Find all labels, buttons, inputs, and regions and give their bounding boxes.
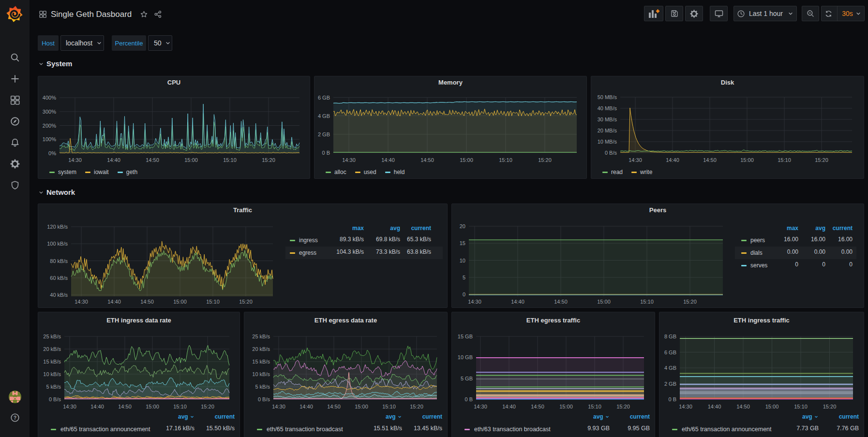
svg-text:15: 15: [460, 240, 465, 246]
svg-text:0 B/s: 0 B/s: [49, 396, 61, 402]
svg-text:80 kB/s: 80 kB/s: [50, 258, 68, 264]
svg-text:0 B: 0 B: [668, 396, 676, 402]
svg-text:15:10: 15:10: [223, 157, 237, 163]
svg-text:5 kB/s: 5 kB/s: [255, 384, 270, 390]
svg-text:25 kB/s: 25 kB/s: [252, 334, 270, 339]
svg-text:14:50: 14:50: [327, 404, 341, 409]
svg-text:15:10: 15:10: [206, 299, 220, 305]
svg-text:200%: 200%: [43, 123, 56, 129]
svg-text:14:30: 14:30: [629, 157, 642, 163]
svg-text:14:40: 14:40: [502, 404, 516, 409]
svg-text:15:00: 15:00: [597, 299, 611, 305]
svg-text:5 GB: 5 GB: [461, 376, 473, 381]
svg-text:40 MB/s: 40 MB/s: [598, 105, 617, 111]
svg-text:15 kB/s: 15 kB/s: [43, 359, 61, 364]
svg-text:20 MB/s: 20 MB/s: [598, 128, 617, 133]
svg-text:4 GB: 4 GB: [664, 365, 676, 371]
svg-text:15:00: 15:00: [765, 404, 779, 409]
svg-text:15:10: 15:10: [588, 404, 601, 409]
svg-text:20 kB/s: 20 kB/s: [43, 346, 61, 352]
svg-text:6 GB: 6 GB: [664, 350, 676, 355]
svg-text:15:20: 15:20: [815, 157, 828, 163]
svg-text:15:20: 15:20: [239, 299, 253, 305]
svg-text:15:20: 15:20: [410, 404, 423, 409]
svg-text:15:10: 15:10: [794, 404, 808, 409]
svg-text:14:40: 14:40: [666, 157, 679, 163]
svg-text:0 B/s: 0 B/s: [605, 150, 617, 156]
svg-text:14:50: 14:50: [146, 157, 159, 163]
svg-text:10 kB/s: 10 kB/s: [252, 371, 270, 377]
svg-text:5 kB/s: 5 kB/s: [46, 384, 61, 390]
svg-text:15:00: 15:00: [146, 404, 159, 409]
svg-text:15:10: 15:10: [640, 299, 654, 305]
svg-text:14:30: 14:30: [272, 404, 285, 409]
svg-text:14:40: 14:40: [708, 404, 721, 409]
svg-text:15:10: 15:10: [778, 157, 791, 163]
svg-text:14:30: 14:30: [68, 157, 82, 163]
svg-text:0 B: 0 B: [322, 150, 330, 156]
svg-text:15 kB/s: 15 kB/s: [252, 359, 270, 364]
svg-text:14:50: 14:50: [420, 157, 434, 163]
svg-text:14:40: 14:40: [381, 157, 395, 163]
svg-text:15:20: 15:20: [538, 157, 552, 163]
svg-text:14:40: 14:40: [107, 157, 120, 163]
svg-text:14:50: 14:50: [703, 157, 717, 163]
svg-text:8 GB: 8 GB: [664, 334, 676, 339]
svg-text:15:10: 15:10: [173, 404, 187, 409]
svg-text:14:40: 14:40: [90, 404, 104, 409]
svg-text:14:50: 14:50: [118, 404, 132, 409]
svg-text:15:00: 15:00: [184, 157, 198, 163]
svg-text:15:00: 15:00: [740, 157, 754, 163]
svg-text:100 kB/s: 100 kB/s: [47, 241, 68, 247]
svg-text:6 GB: 6 GB: [318, 95, 330, 101]
svg-text:14:30: 14:30: [468, 299, 481, 305]
svg-text:120 kB/s: 120 kB/s: [47, 224, 68, 230]
svg-text:14:50: 14:50: [140, 299, 154, 305]
svg-text:20 kB/s: 20 kB/s: [252, 346, 270, 352]
svg-text:15:10: 15:10: [499, 157, 512, 163]
svg-text:300%: 300%: [43, 109, 56, 115]
svg-text:100%: 100%: [43, 136, 56, 142]
svg-text:14:40: 14:40: [299, 404, 313, 409]
svg-text:14:30: 14:30: [474, 404, 487, 409]
svg-text:?: ?: [14, 415, 16, 421]
svg-text:14:50: 14:50: [531, 404, 544, 409]
svg-text:15:00: 15:00: [355, 404, 368, 409]
svg-text:14:30: 14:30: [63, 404, 76, 409]
svg-text:0 B: 0 B: [464, 396, 473, 402]
svg-text:15:00: 15:00: [460, 157, 473, 163]
svg-text:15:20: 15:20: [823, 404, 837, 409]
svg-text:30 MB/s: 30 MB/s: [598, 117, 617, 122]
svg-text:0: 0: [463, 291, 465, 297]
svg-text:14:40: 14:40: [511, 299, 524, 305]
svg-text:40 kB/s: 40 kB/s: [50, 292, 68, 298]
svg-text:14:30: 14:30: [342, 157, 356, 163]
svg-text:15:10: 15:10: [382, 404, 396, 409]
svg-text:10 kB/s: 10 kB/s: [43, 371, 61, 377]
svg-text:25 kB/s: 25 kB/s: [43, 334, 61, 339]
svg-text:15:20: 15:20: [616, 404, 630, 409]
svg-text:14:30: 14:30: [679, 404, 692, 409]
svg-text:2 GB: 2 GB: [318, 131, 330, 137]
svg-text:14:40: 14:40: [107, 299, 121, 305]
svg-text:10 MB/s: 10 MB/s: [598, 139, 617, 145]
svg-text:15 GB: 15 GB: [458, 334, 473, 339]
svg-text:10 GB: 10 GB: [458, 354, 473, 360]
svg-text:10: 10: [460, 258, 465, 263]
svg-text:4 GB: 4 GB: [318, 113, 330, 119]
svg-text:20: 20: [460, 223, 465, 229]
svg-text:15:20: 15:20: [683, 299, 697, 305]
svg-text:0%: 0%: [48, 150, 56, 156]
svg-text:15:20: 15:20: [262, 157, 275, 163]
svg-text:400%: 400%: [43, 95, 56, 101]
svg-text:15:20: 15:20: [201, 404, 214, 409]
svg-text:60 kB/s: 60 kB/s: [50, 275, 68, 281]
svg-text:15:00: 15:00: [559, 404, 573, 409]
svg-text:14:50: 14:50: [554, 299, 568, 305]
svg-text:2 GB: 2 GB: [664, 381, 676, 387]
svg-text:5: 5: [463, 275, 465, 280]
svg-text:0 B/s: 0 B/s: [258, 396, 270, 402]
svg-text:14:30: 14:30: [75, 299, 88, 305]
svg-text:50 MB/s: 50 MB/s: [598, 94, 617, 100]
svg-text:15:00: 15:00: [173, 299, 187, 305]
